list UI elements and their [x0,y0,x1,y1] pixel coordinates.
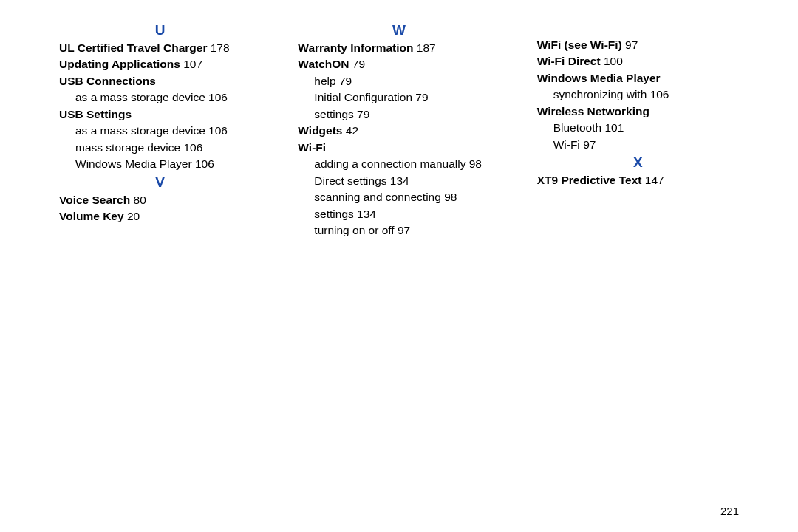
entry-page: 178 [211,41,230,54]
entry-term: Wi-Fi [298,141,326,154]
entry-term: Windows Media Player [75,157,192,170]
index-subentry: Windows Media Player 106 [59,156,261,172]
entry-term: settings [314,108,353,120]
index-subentry: scanning and connecting 98 [298,189,499,205]
index-column-3: WiFi (see Wi-Fi) 97 Wi-Fi Direct 100 Win… [537,21,739,239]
entry-page: 187 [417,41,436,54]
entry-page: 97 [398,224,410,236]
entry-page: 79 [357,108,369,120]
index-column-1: U UL Certified Travel Charger 178 Updati… [59,21,261,239]
section-letter-x: X [537,154,739,171]
entry-page: 147 [645,174,664,186]
entry-term: as a mass storage device [75,91,205,103]
index-entry: Widgets 42 [298,123,499,139]
entry-term: Updating Applications [59,58,180,70]
entry-term: USB Settings [59,108,132,120]
entry-term: WiFi (see Wi-Fi) [537,38,622,51]
entry-page: 107 [183,58,202,70]
entry-page: 98 [469,157,482,170]
entry-term: scanning and connecting [314,191,441,203]
index-subentry: Initial Configuration 79 [298,89,499,106]
entry-page: 106 [208,124,228,137]
index-subentry: synchronizing with 106 [537,86,739,103]
entry-page: 134 [357,208,376,220]
entry-page: 106 [650,88,669,100]
entry-term: Windows Media Player [537,72,661,84]
index-subentry: turning on or off 97 [298,222,499,239]
index-entry: UL Certified Travel Charger 178 [59,40,261,56]
index-entry: Windows Media Player [537,70,739,86]
entry-term: USB Connections [59,75,156,87]
entry-term: WatchON [298,58,349,70]
index-subentry: adding a connection manually 98 [298,156,499,172]
section-letter-v: V [59,174,261,191]
entry-page: 79 [415,91,428,103]
index-entry: XT9 Predictive Text 147 [537,172,739,188]
index-subentry: Bluetooth 101 [537,120,739,136]
index-entry: Wireless Networking [537,103,739,120]
entry-term: Widgets [298,124,342,137]
entry-term: UL Certified Travel Charger [59,41,207,54]
index-entry: Wi-Fi Direct 100 [537,53,739,69]
entry-term: turning on or off [314,224,394,236]
entry-term: synchronizing with [553,88,647,100]
entry-page: 97 [583,138,596,151]
index-columns: U UL Certified Travel Charger 178 Updati… [59,21,739,239]
index-entry: WiFi (see Wi-Fi) 97 [537,37,739,53]
entry-term: Voice Search [59,194,130,206]
index-entry: USB Connections [59,73,261,89]
entry-term: XT9 Predictive Text [537,174,642,186]
index-subentry: Direct settings 134 [298,173,499,189]
index-subentry: as a mass storage device 106 [59,89,261,106]
index-entry: Volume Key 20 [59,208,261,225]
entry-term: Wireless Networking [537,105,649,117]
entry-term: settings [314,208,353,220]
index-entry: USB Settings [59,106,261,123]
entry-page: 100 [604,55,623,67]
entry-term: Initial Configuration [314,91,412,103]
entry-term: help [314,75,335,87]
entry-page: 79 [339,75,352,87]
entry-term: Direct settings [314,174,386,187]
index-subentry: help 79 [298,73,499,89]
entry-page: 80 [134,194,146,206]
entry-term: Volume Key [59,210,124,222]
index-entry: Voice Search 80 [59,192,261,208]
entry-page: 106 [208,91,228,103]
section-letter-w: W [298,22,499,38]
entry-term: adding a connection manually [314,157,466,170]
index-entry: Updating Applications 107 [59,56,261,72]
index-subentry: Wi-Fi 97 [537,137,739,153]
entry-term: Wi-Fi [553,138,580,151]
index-subentry: settings 134 [298,206,499,222]
entry-term: Wi-Fi Direct [537,55,601,67]
entry-term: mass storage device [75,141,180,154]
index-entry: WatchON 79 [298,56,499,72]
entry-page: 106 [183,141,202,154]
entry-page: 134 [390,174,409,187]
entry-page: 20 [127,210,140,222]
entry-page: 42 [346,124,358,137]
entry-term: Warranty Information [298,41,413,54]
index-subentry: settings 79 [298,106,499,123]
index-subentry: mass storage device 106 [59,140,261,156]
entry-page: 98 [444,191,457,203]
entry-term: as a mass storage device [75,124,205,137]
index-entry: Warranty Information 187 [298,40,499,56]
entry-page: 79 [352,58,365,70]
section-letter-u: U [59,22,261,38]
entry-page: 106 [195,157,214,170]
index-column-2: W Warranty Information 187 WatchON 79 he… [298,21,499,239]
entry-page: 101 [604,121,624,134]
entry-term: Bluetooth [553,121,602,134]
entry-page: 97 [625,38,638,51]
page-number: 221 [720,505,739,517]
index-subentry: as a mass storage device 106 [59,123,261,139]
index-entry: Wi-Fi [298,140,499,156]
